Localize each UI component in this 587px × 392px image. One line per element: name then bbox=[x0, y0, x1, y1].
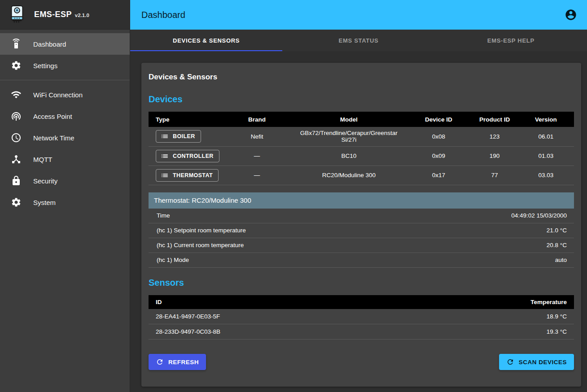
thermostat-section-header: Thermostat: RC20/Moduline 300 bbox=[149, 192, 574, 209]
sidebar-item-settings[interactable]: Settings bbox=[0, 55, 130, 76]
sidebar-item-security[interactable]: Security bbox=[0, 170, 130, 192]
app-title: EMS-ESPv2.1.0 bbox=[34, 10, 89, 19]
tab-bar: DEVICES & SENSORSEMS STATUSEMS-ESP HELP bbox=[130, 30, 587, 51]
thermostat-value-row: (hc 1) Current room temperature20.8 °C bbox=[149, 238, 574, 253]
device-model-cell: BC10 bbox=[292, 146, 406, 166]
thermostat-row-value: 21.0 °C bbox=[547, 227, 567, 234]
refresh-icon bbox=[156, 358, 164, 366]
devices-column-header: Model bbox=[292, 112, 406, 127]
devices-sensors-card: Devices & Sensors Devices TypeBrandModel… bbox=[141, 63, 581, 387]
device-type-label: CONTROLLER bbox=[173, 153, 214, 159]
thermostat-row-label: (hc 1) Current room temperature bbox=[157, 242, 244, 248]
refresh-button-label: REFRESH bbox=[168, 359, 199, 366]
sidebar-item-label: Settings bbox=[33, 62, 57, 70]
device-brand-cell: Nefit bbox=[222, 127, 292, 146]
device-product-id-cell: 190 bbox=[471, 146, 517, 166]
thermostat-row-value: auto bbox=[555, 257, 567, 263]
sidebar-item-label: Security bbox=[33, 177, 57, 185]
device-model-cell: RC20/Moduline 300 bbox=[292, 166, 406, 185]
sensors-table: IDTemperature 28-EA41-9497-0E03-5F18.9 °… bbox=[149, 295, 574, 340]
sensors-column-header: ID bbox=[149, 295, 412, 309]
clock-icon bbox=[11, 132, 22, 143]
device-model-cell: GBx72/Trendline/Cerapur/Greenstar Si/27i bbox=[292, 127, 406, 146]
device-type-button-controller[interactable]: CONTROLLER bbox=[156, 150, 219, 162]
devices-header-row: TypeBrandModelDevice IDProduct IDVersion bbox=[149, 112, 574, 127]
sidebar-item-label: MQTT bbox=[33, 156, 53, 163]
devices-column-header: Brand bbox=[222, 112, 292, 127]
sidebar-divider bbox=[0, 80, 130, 80]
sensors-table-head: IDTemperature bbox=[149, 295, 574, 309]
device-row: THERMOSTAT—RC20/Moduline 3000x177703.03 bbox=[149, 166, 574, 185]
devices-table: TypeBrandModelDevice IDProduct IDVersion… bbox=[149, 112, 574, 185]
sidebar-item-label: System bbox=[33, 199, 56, 206]
thermostat-row-value: 04:49:02 15/03/2000 bbox=[511, 212, 567, 219]
device-device-id-cell: 0x08 bbox=[406, 127, 471, 146]
boiler-logo-icon bbox=[8, 4, 26, 25]
tab-devices-sensors[interactable]: DEVICES & SENSORS bbox=[130, 30, 282, 51]
sidebar-item-system[interactable]: System bbox=[0, 192, 130, 213]
sidebar-item-label: Dashboard bbox=[33, 40, 66, 48]
scan-devices-button[interactable]: SCAN DEVICES bbox=[499, 354, 574, 370]
thermostat-value-row: Time04:49:02 15/03/2000 bbox=[149, 209, 574, 223]
device-row: CONTROLLER—BC100x0919001.03 bbox=[149, 146, 574, 166]
device-type-label: THERMOSTAT bbox=[173, 172, 213, 179]
app-logo-bar: EMS-ESPv2.1.0 bbox=[0, 0, 130, 30]
sidebar-item-dashboard[interactable]: Dashboard bbox=[0, 33, 130, 55]
gear-icon bbox=[11, 60, 22, 71]
device-version-cell: 06.01 bbox=[518, 127, 574, 146]
main-area: Dashboard DEVICES & SENSORSEMS STATUSEMS… bbox=[130, 0, 587, 392]
sensors-header-row: IDTemperature bbox=[149, 295, 574, 309]
sidebar-item-network-time[interactable]: Network Time bbox=[0, 127, 130, 148]
thermostat-value-row: (hc 1) Setpoint room temperature21.0 °C bbox=[149, 223, 574, 238]
sensor-id-cell: 28-233D-9497-0C03-8B bbox=[149, 324, 412, 340]
wifi-tethering-icon bbox=[11, 111, 22, 122]
thermostat-row-value: 20.8 °C bbox=[547, 242, 567, 248]
account-circle-icon bbox=[565, 9, 577, 21]
sensors-heading: Sensors bbox=[149, 278, 574, 288]
devices-table-head: TypeBrandModelDevice IDProduct IDVersion bbox=[149, 112, 574, 127]
sidebar-nav: DashboardSettingsWiFi ConnectionAccess P… bbox=[0, 30, 130, 213]
scan-devices-button-label: SCAN DEVICES bbox=[519, 359, 567, 366]
tab-ems-status[interactable]: EMS STATUS bbox=[282, 30, 434, 51]
device-type-button-boiler[interactable]: BOILER bbox=[156, 130, 201, 143]
lock-icon bbox=[11, 175, 22, 186]
sensors-table-body: 28-EA41-9497-0E03-5F18.9 °C28-233D-9497-… bbox=[149, 309, 574, 340]
devices-table-body: BOILERNefitGBx72/Trendline/Cerapur/Green… bbox=[149, 127, 574, 185]
sensor-row: 28-EA41-9497-0E03-5F18.9 °C bbox=[149, 309, 574, 324]
content: Devices & Sensors Devices TypeBrandModel… bbox=[130, 51, 587, 387]
card-title: Devices & Sensors bbox=[149, 73, 574, 82]
device-type-cell: THERMOSTAT bbox=[149, 166, 222, 185]
devices-column-header: Device ID bbox=[406, 112, 471, 127]
device-brand-cell: — bbox=[222, 166, 292, 185]
thermostat-detail-rows: Time04:49:02 15/03/2000(hc 1) Setpoint r… bbox=[149, 209, 574, 268]
sensor-temperature-cell: 19.3 °C bbox=[412, 324, 574, 340]
list-icon bbox=[161, 171, 169, 179]
sidebar-item-access-point[interactable]: Access Point bbox=[0, 105, 130, 127]
thermostat-row-label: (hc 1) Mode bbox=[157, 257, 189, 263]
device-device-id-cell: 0x17 bbox=[406, 166, 471, 185]
refresh-button[interactable]: REFRESH bbox=[149, 354, 206, 370]
sidebar: EMS-ESPv2.1.0 DashboardSettingsWiFi Conn… bbox=[0, 0, 130, 392]
device-type-cell: CONTROLLER bbox=[149, 146, 222, 166]
device-row: BOILERNefitGBx72/Trendline/Cerapur/Green… bbox=[149, 127, 574, 146]
thermostat-row-label: Time bbox=[157, 212, 170, 219]
sidebar-item-wifi-connection[interactable]: WiFi Connection bbox=[0, 84, 130, 105]
sidebar-item-label: WiFi Connection bbox=[33, 91, 83, 99]
list-icon bbox=[161, 152, 169, 160]
sensors-column-header: Temperature bbox=[412, 295, 574, 309]
devices-column-header: Version bbox=[518, 112, 574, 127]
app-version: v2.1.0 bbox=[75, 13, 89, 18]
active-tab-indicator bbox=[130, 50, 282, 51]
device-device-id-cell: 0x09 bbox=[406, 146, 471, 166]
account-button[interactable] bbox=[561, 5, 581, 25]
sidebar-item-label: Access Point bbox=[33, 113, 72, 120]
device-version-cell: 01.03 bbox=[518, 146, 574, 166]
sidebar-item-mqtt[interactable]: MQTT bbox=[0, 148, 130, 170]
tab-ems-esp-help[interactable]: EMS-ESP HELP bbox=[435, 30, 587, 51]
device-type-cell: BOILER bbox=[149, 127, 222, 146]
devices-column-header: Type bbox=[149, 112, 222, 127]
device-type-button-thermostat[interactable]: THERMOSTAT bbox=[156, 169, 219, 182]
list-icon bbox=[161, 132, 169, 140]
devices-column-header: Product ID bbox=[471, 112, 517, 127]
page-title: Dashboard bbox=[141, 10, 185, 20]
